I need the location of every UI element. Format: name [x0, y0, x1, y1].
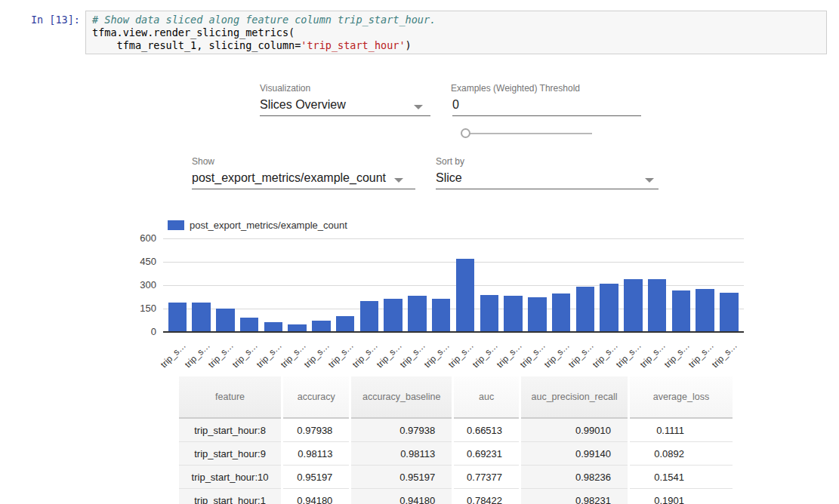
- column-header: average_loss: [630, 376, 733, 419]
- show-label: Show: [192, 156, 214, 167]
- bar[interactable]: [360, 301, 379, 332]
- code-line[interactable]: tfma_result_1, slicing_column='trip_star…: [92, 39, 820, 52]
- show-dropdown[interactable]: post_export_metrics/example_count: [192, 171, 386, 185]
- table-row: trip_start_hour:90.981130.981130.692310.…: [179, 442, 733, 466]
- gridline: [163, 238, 744, 239]
- legend-label: post_export_metrics/example_count: [190, 220, 347, 231]
- metric-cell: 0.97938: [351, 419, 452, 442]
- code-token-plain: ): [406, 39, 412, 51]
- bar[interactable]: [336, 316, 355, 332]
- metrics-table-container[interactable]: featureaccuracyaccuracy_baselineaucauc_p…: [179, 376, 735, 504]
- code-cell[interactable]: # Show data sliced along feature column …: [85, 11, 827, 54]
- metric-cell: 0.98236: [521, 466, 628, 489]
- metrics-table: featureaccuracyaccuracy_baselineaucauc_p…: [179, 376, 735, 504]
- metric-cell: 0.66513: [454, 419, 519, 442]
- metric-cell: 0.69231: [454, 442, 519, 466]
- code-line[interactable]: # Show data sliced along feature column …: [92, 14, 820, 26]
- metric-cell: 0.1111: [630, 419, 733, 442]
- column-header: accuracy: [283, 376, 349, 419]
- bar[interactable]: [600, 284, 618, 332]
- sort-by-label: Sort by: [436, 156, 464, 167]
- threshold-underline: [452, 115, 641, 116]
- bar[interactable]: [576, 287, 595, 332]
- metric-cell: 0.95197: [283, 466, 349, 489]
- threshold-slider-handle[interactable]: [461, 128, 470, 138]
- code-content[interactable]: # Show data sliced along feature column …: [92, 14, 820, 52]
- code-line[interactable]: tfma.view.render_slicing_metrics(: [92, 26, 820, 39]
- bar[interactable]: [192, 303, 211, 332]
- metric-cell: 0.98113: [283, 442, 349, 466]
- bar[interactable]: [480, 295, 499, 332]
- bar[interactable]: [312, 321, 331, 332]
- metric-cell: 0.94180: [351, 489, 452, 504]
- code-token-plain: tfma.view.render_slicing_metrics(: [92, 26, 295, 38]
- metric-cell: 0.97938: [283, 419, 349, 442]
- column-header: feature: [179, 376, 281, 419]
- table-row: trip_start_hour:100.951970.951970.773770…: [179, 466, 733, 489]
- cell-input-prompt: In [13]:: [0, 14, 80, 26]
- threshold-label: Examples (Weighted) Threshold: [451, 83, 580, 94]
- bar[interactable]: [696, 289, 714, 332]
- bar[interactable]: [168, 303, 187, 332]
- metric-cell: 0.94180: [283, 489, 349, 504]
- code-token-plain: tfma_result_1, slicing_column=: [92, 39, 301, 51]
- metric-cell: 0.1541: [630, 466, 733, 489]
- chevron-down-icon[interactable]: [645, 178, 654, 183]
- metric-cell: 0.99010: [521, 419, 628, 442]
- feature-cell: trip_start_hour:9: [179, 442, 281, 466]
- y-axis-tick-label: 600: [121, 232, 156, 244]
- bar[interactable]: [432, 299, 451, 332]
- bar[interactable]: [648, 279, 667, 332]
- y-axis-tick-label: 150: [121, 303, 156, 314]
- bar[interactable]: [384, 299, 403, 332]
- y-axis-tick-label: 0: [121, 326, 156, 337]
- metric-cell: 0.99140: [521, 442, 628, 466]
- legend-swatch: [168, 220, 184, 230]
- code-token-string: 'trip_start_hour': [301, 39, 405, 51]
- table-header-row: featureaccuracyaccuracy_baselineaucauc_p…: [179, 376, 733, 419]
- notebook-page: In [13]: # Show data sliced along featur…: [0, 0, 839, 504]
- bar[interactable]: [624, 279, 643, 332]
- metric-cell: 0.1901: [630, 489, 733, 504]
- bar[interactable]: [408, 296, 427, 332]
- chevron-down-icon[interactable]: [394, 178, 403, 183]
- bar[interactable]: [216, 309, 235, 332]
- feature-cell: trip_start_hour:1: [179, 489, 281, 504]
- x-axis-line: [163, 331, 744, 333]
- y-axis-tick-label: 300: [121, 279, 156, 290]
- metric-cell: 0.0892: [630, 442, 733, 466]
- column-header: auc_precision_recall: [521, 376, 628, 419]
- bar[interactable]: [504, 296, 523, 332]
- bar[interactable]: [672, 290, 691, 332]
- bar[interactable]: [456, 259, 475, 332]
- bar[interactable]: [552, 293, 571, 332]
- show-underline: [192, 189, 415, 189]
- table-row: trip_start_hour:10.941800.941800.784220.…: [179, 489, 733, 504]
- sort-by-underline: [436, 189, 659, 189]
- gridline: [163, 262, 744, 263]
- visualization-underline: [260, 115, 430, 116]
- code-token-comment: # Show data sliced along feature column …: [92, 14, 436, 26]
- visualization-dropdown[interactable]: Slices Overview: [260, 98, 346, 112]
- metric-cell: 0.98231: [521, 489, 628, 504]
- bar[interactable]: [264, 322, 283, 332]
- table-row: trip_start_hour:80.979380.979380.665130.…: [179, 419, 733, 442]
- chevron-down-icon[interactable]: [414, 105, 423, 109]
- feature-cell: trip_start_hour:8: [179, 419, 281, 442]
- metric-cell: 0.98113: [351, 442, 452, 466]
- metric-cell: 0.77377: [454, 466, 519, 489]
- metric-cell: 0.78422: [454, 489, 519, 504]
- bar[interactable]: [240, 318, 259, 332]
- visualization-label: Visualization: [260, 83, 310, 94]
- bar[interactable]: [528, 297, 547, 332]
- column-header: accuracy_baseline: [351, 376, 452, 419]
- threshold-slider-track[interactable]: [465, 133, 592, 134]
- metric-cell: 0.95197: [351, 466, 452, 489]
- feature-cell: trip_start_hour:10: [179, 466, 281, 489]
- sort-by-dropdown[interactable]: Slice: [436, 171, 462, 185]
- bar[interactable]: [720, 293, 739, 332]
- column-header: auc: [454, 376, 519, 419]
- threshold-input[interactable]: 0: [452, 98, 459, 112]
- y-axis-tick-label: 450: [121, 256, 156, 267]
